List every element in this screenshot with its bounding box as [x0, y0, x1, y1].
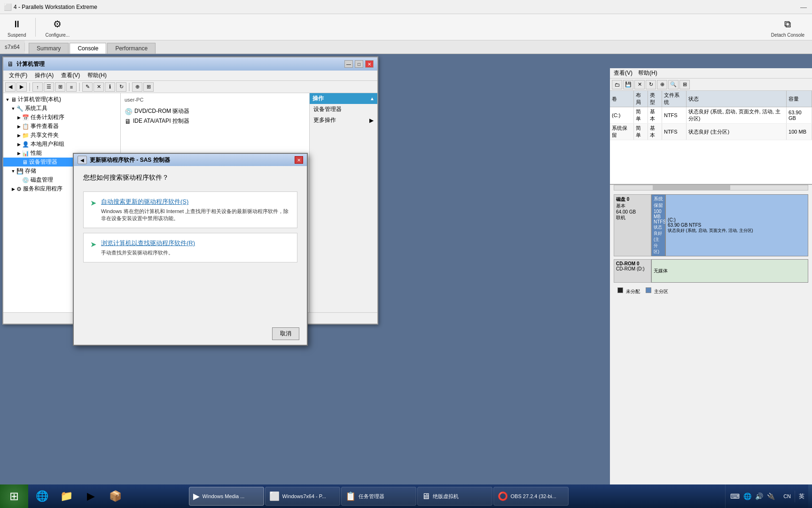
disk-toolbar-btn1[interactable]: 🗀	[612, 80, 622, 89]
tree-local-users[interactable]: ▶ 👤 本地用户和组	[3, 140, 120, 149]
ie-icon: 🌐	[36, 490, 48, 502]
driver-cancel-button[interactable]: 取消	[272, 327, 299, 340]
toolbar-delete-btn[interactable]: ✕	[94, 82, 104, 92]
auto-option-arrow: ➤	[90, 198, 96, 207]
taskbar-app-obs[interactable]: ⭕ OBS 27.2.4 (32-bi...	[493, 487, 569, 506]
tree-icon-system: 🔧	[16, 105, 23, 112]
disk-toolbar-btn4[interactable]: ↻	[646, 80, 656, 89]
taskbar-app-task-mgr[interactable]: 📋 任务管理器	[341, 487, 416, 506]
tab-summary[interactable]: Summary	[29, 43, 69, 54]
suspend-button[interactable]: ⏸ Suspend	[4, 15, 30, 40]
cm-maximize-btn[interactable]: □	[355, 60, 363, 68]
tab-performance[interactable]: Performance	[107, 43, 156, 54]
start-button[interactable]: ⊞	[0, 484, 28, 508]
vol-c-cap: 63.90 GB	[787, 107, 812, 124]
disk-menu-view[interactable]: 查看(V)	[614, 69, 632, 77]
tree-label-disk: 磁盘管理	[31, 176, 53, 184]
toolbar-props-btn[interactable]: ℹ	[105, 82, 115, 92]
taskbar-app-vm[interactable]: 🖥 绝版虚拟机	[417, 487, 492, 506]
cdrom-0-nomedia[interactable]: 无媒体	[651, 259, 808, 283]
tab-console[interactable]: Console	[70, 43, 106, 54]
action-device-mgr[interactable]: 设备管理器	[310, 104, 377, 115]
taskbar-app-windows-media[interactable]: ▶ Windows Media ...	[189, 487, 264, 506]
tree-task-scheduler[interactable]: ▶ 📅 任务计划程序	[3, 113, 120, 122]
driver-back-button[interactable]: ◀	[78, 156, 87, 164]
toolbar-refresh-btn[interactable]: ↻	[116, 82, 126, 92]
vol-sys-name: 系统保留	[610, 124, 633, 140]
cm-close-btn[interactable]: ✕	[365, 60, 374, 68]
tree-event-viewer[interactable]: ▶ 📋 事件查看器	[3, 122, 120, 131]
disk-toolbar-btn3[interactable]: ✕	[634, 80, 645, 89]
disk-toolbar-btn6[interactable]: 🔍	[668, 80, 679, 89]
tray-power-icon[interactable]: 🔌	[766, 492, 776, 501]
show-desktop-btn[interactable]	[808, 484, 812, 508]
taskbar-media-icon[interactable]: ▶	[79, 487, 102, 506]
vol-sys-status: 状态良好 (主分区)	[686, 124, 786, 140]
tree-system-tools[interactable]: ▼ 🔧 系统工具	[3, 104, 120, 113]
driver-option-browse[interactable]: ➤ 浏览计算机以查找驱动程序软件(R) 手动查找并安装驱动程序软件。	[83, 233, 297, 262]
right-header-label: 操作	[312, 95, 324, 103]
user-pc-label: user-PC	[125, 97, 143, 103]
vol-c-layout: 简单	[633, 107, 648, 124]
disk-toolbar-btn5[interactable]: ⊕	[657, 80, 667, 89]
center-ide-item[interactable]: 🖥 IDE ATA/ATAPI 控制器	[123, 116, 307, 126]
vol-sys-type: 基本	[648, 124, 662, 140]
tree-icon-services: ⚙	[16, 186, 22, 192]
disk-mgmt-panel: 查看(V) 帮助(H) 🗀 💾 ✕ ↻ ⊕ 🔍 ⊞ 卷 布局 类型 文件系统	[610, 68, 812, 485]
center-dvd-item[interactable]: 💿 DVD/CD-ROM 驱动器	[123, 106, 307, 116]
taskbar-tray: ⌨ 🌐 🔊 🔌	[725, 484, 780, 508]
taskbar-install-icon[interactable]: 📦	[103, 487, 127, 506]
disk-toolbar-btn7[interactable]: ⊞	[679, 80, 690, 89]
taskbar-pinned-items: 🌐 📁 ▶ 📦	[28, 484, 187, 508]
close-button[interactable]: —	[799, 2, 808, 12]
col-status: 状态	[686, 91, 786, 107]
tray-network-icon[interactable]: 🌐	[742, 492, 752, 501]
table-scrollbar[interactable]	[614, 185, 808, 190]
toolbar-extra-btn[interactable]: ⊕	[132, 82, 142, 92]
cm-window-buttons: — □ ✕	[344, 60, 374, 68]
volume-table: 卷 布局 类型 文件系统 状态 容量 (C:) 简单 基本 NTFS 状态良好	[610, 91, 812, 140]
menu-file[interactable]: 文件(F)	[5, 71, 31, 80]
col-layout: 布局	[633, 91, 648, 107]
right-header-toggle[interactable]: ▲	[370, 96, 375, 101]
driver-close-button[interactable]: ✕	[295, 156, 303, 164]
tray-keyboard-icon[interactable]: ⌨	[729, 492, 741, 501]
disk-toolbar-btn2[interactable]: 💾	[623, 80, 633, 89]
disk-menu-help[interactable]: 帮助(H)	[638, 69, 657, 77]
toolbar-extra2-btn[interactable]: ⊞	[143, 82, 154, 92]
configure-button[interactable]: ⚙ Configure...	[41, 15, 73, 40]
menu-action[interactable]: 操作(A)	[31, 71, 57, 80]
toolbar-back-btn[interactable]: ◀	[5, 82, 16, 92]
toolbar-forward-btn[interactable]: ▶	[16, 82, 27, 92]
vol-row-sys[interactable]: 系统保留 简单 基本 NTFS 状态良好 (主分区) 100 MB	[610, 124, 812, 140]
tree-icon-users: 👤	[22, 141, 29, 148]
tray-volume-icon[interactable]: 🔊	[754, 492, 764, 501]
menu-view[interactable]: 查看(V)	[57, 71, 84, 80]
toolbar-up-btn[interactable]: ↑	[32, 82, 43, 92]
taskbar-ie-icon[interactable]: 🌐	[30, 487, 54, 506]
action-more[interactable]: 更多操作 ▶	[310, 115, 377, 126]
disk-0-sysreserved[interactable]: 系统保留 100 MB NTFS 状态良好 (主分区)	[651, 194, 665, 256]
toolbar-show-btn[interactable]: ☰	[44, 82, 54, 92]
app-icon-task-mgr: 📋	[345, 491, 356, 501]
disk-0-c[interactable]: (C:) 63.90 GB NTFS 状态良好 (系统, 启动, 页面文件, 活…	[665, 194, 808, 256]
parallels-title: 4 - Parallels Workstation Extreme	[14, 4, 97, 10]
vol-row-c[interactable]: (C:) 简单 基本 NTFS 状态良好 (系统, 启动, 页面文件, 活动, …	[610, 107, 812, 124]
cdrom-0-row: CD-ROM 0 CD-ROM (D:) 无媒体	[614, 259, 808, 283]
cm-minimize-btn[interactable]: —	[344, 60, 353, 68]
parallels-icon: ⬜	[4, 3, 12, 11]
driver-option-auto[interactable]: ➤ 自动搜索更新的驱动程序软件(S) Windows 将在您的计算机和 Inte…	[83, 191, 297, 228]
taskbar-explorer-icon[interactable]: 📁	[55, 487, 78, 506]
detach-console-button[interactable]: ⧉ Detach Console	[767, 15, 808, 40]
toolbar-list-btn[interactable]: ≡	[66, 82, 77, 92]
taskbar-app-parallels[interactable]: ⬜ Windows7x64 - P...	[265, 487, 340, 506]
toolbar-icon-btn[interactable]: ⊞	[55, 82, 65, 92]
tree-shared-folders[interactable]: ▶ 📁 共享文件夹	[3, 131, 120, 140]
toolbar-new-btn[interactable]: ✎	[82, 82, 93, 92]
tree-root[interactable]: ▼ 🖥 计算机管理(本机)	[3, 95, 120, 104]
tree-toggle-disk	[16, 178, 21, 183]
cm-title: 计算机管理	[16, 60, 342, 68]
lang-indicator[interactable]: 英	[795, 491, 808, 502]
cm-right-header: 操作 ▲	[310, 93, 377, 104]
menu-help[interactable]: 帮助(H)	[84, 71, 110, 80]
